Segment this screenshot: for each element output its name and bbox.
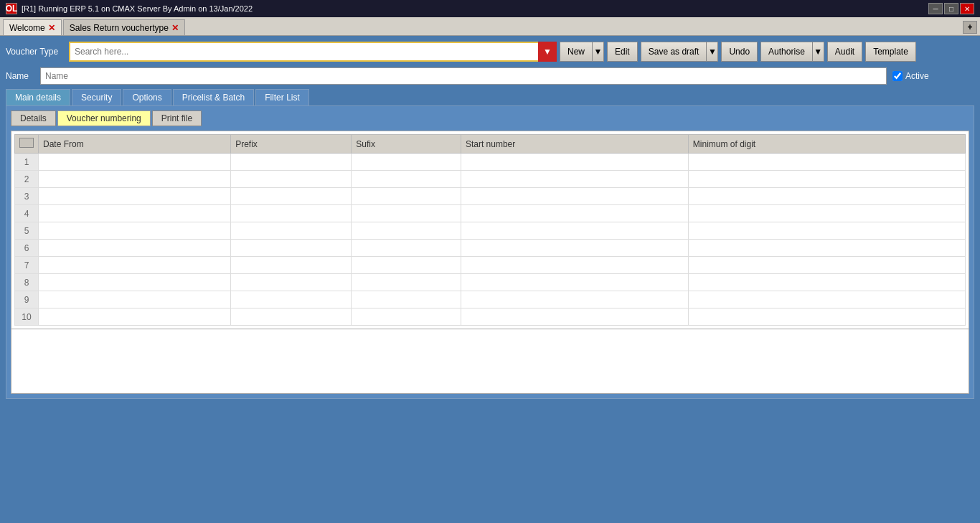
cell-date-from[interactable] [39,257,231,274]
tab-filter-list[interactable]: Filter List [255,89,309,105]
new-button[interactable]: New [560,42,593,62]
cell-sufix[interactable] [352,171,461,188]
table-row[interactable]: 7 [15,257,966,274]
cell-date-from[interactable] [39,308,231,326]
save-draft-button[interactable]: Save as draft [641,42,707,62]
col-prefix: Prefix [231,135,352,154]
cell-start-number[interactable] [461,274,688,291]
minimize-button[interactable]: ─ [928,3,943,14]
cell-date-from[interactable] [39,188,231,205]
cell-start-number[interactable] [461,291,688,308]
table-row[interactable]: 2 [15,171,966,188]
tab-main-details[interactable]: Main details [6,89,70,105]
cell-prefix[interactable] [231,205,352,222]
cell-prefix[interactable] [231,154,352,171]
cell-start-number[interactable] [461,222,688,240]
tab-security[interactable]: Security [72,89,121,105]
subtab-details[interactable]: Details [11,110,56,126]
cell-minimum-digit[interactable] [688,171,965,188]
maximize-button[interactable]: □ [944,3,958,14]
tab-welcome[interactable]: Welcome ✕ [3,19,62,35]
sub-tabs: Details Voucher numbering Print file [11,110,969,126]
cell-sufix[interactable] [352,154,461,171]
subtab-print-file[interactable]: Print file [152,110,202,126]
tab-sales-return-close[interactable]: ✕ [171,23,179,33]
subtab-voucher-numbering[interactable]: Voucher numbering [57,110,151,126]
cell-start-number[interactable] [461,205,688,222]
table-row[interactable]: 8 [15,274,966,291]
cell-prefix[interactable] [231,240,352,257]
table-row[interactable]: 10 [15,308,966,326]
cell-minimum-digit[interactable] [688,308,965,326]
cell-sufix[interactable] [352,240,461,257]
tab-welcome-close[interactable]: ✕ [48,23,55,33]
cell-date-from[interactable] [39,240,231,257]
cell-start-number[interactable] [461,308,688,326]
cell-date-from[interactable] [39,291,231,308]
active-checkbox[interactable] [892,71,903,81]
new-button-group: New ▼ [560,42,604,62]
cell-sufix[interactable] [352,291,461,308]
table-row[interactable]: 9 [15,291,966,308]
select-all-checkbox[interactable] [19,138,34,148]
cell-sufix[interactable] [352,308,461,326]
cell-minimum-digit[interactable] [688,240,965,257]
active-label: Active [905,71,929,81]
tab-sales-return[interactable]: Sales Return vouchertype ✕ [63,19,185,35]
close-button[interactable]: ✕ [960,3,974,14]
authorise-button[interactable]: Authorise [760,42,813,62]
row-number: 8 [15,274,39,291]
cell-minimum-digit[interactable] [688,222,965,240]
cell-start-number[interactable] [461,257,688,274]
cell-sufix[interactable] [352,274,461,291]
cell-prefix[interactable] [231,188,352,205]
name-input[interactable] [40,67,887,85]
tab-pricelist-batch[interactable]: Pricelist & Batch [173,89,254,105]
cell-minimum-digit[interactable] [688,257,965,274]
cell-date-from[interactable] [39,171,231,188]
cell-sufix[interactable] [352,222,461,240]
authorise-dropdown-button[interactable]: ▼ [813,42,824,62]
save-draft-button-group: Save as draft ▼ [641,42,719,62]
save-draft-dropdown-button[interactable]: ▼ [707,42,718,62]
table-row[interactable]: 3 [15,188,966,205]
edit-button[interactable]: Edit [607,42,638,62]
tab-add-button[interactable]: + [963,21,977,34]
table-row[interactable]: 1 [15,154,966,171]
cell-prefix[interactable] [231,274,352,291]
cell-minimum-digit[interactable] [688,291,965,308]
table-row[interactable]: 4 [15,205,966,222]
undo-button[interactable]: Undo [721,42,758,62]
cell-prefix[interactable] [231,257,352,274]
cell-date-from[interactable] [39,205,231,222]
name-row: Name Active [6,67,974,85]
cell-prefix[interactable] [231,222,352,240]
cell-start-number[interactable] [461,171,688,188]
main-tabs: Main details Security Options Pricelist … [6,89,974,105]
tab-options[interactable]: Options [123,89,171,105]
audit-button[interactable]: Audit [827,42,862,62]
cell-prefix[interactable] [231,291,352,308]
cell-sufix[interactable] [352,257,461,274]
search-input[interactable] [69,42,557,62]
cell-date-from[interactable] [39,222,231,240]
cell-date-from[interactable] [39,274,231,291]
cell-minimum-digit[interactable] [688,188,965,205]
cell-minimum-digit[interactable] [688,205,965,222]
table-row[interactable]: 5 [15,222,966,240]
template-button[interactable]: Template [865,42,916,62]
cell-minimum-digit[interactable] [688,274,965,291]
cell-prefix[interactable] [231,171,352,188]
search-dropdown-button[interactable]: ▼ [538,42,557,62]
cell-start-number[interactable] [461,154,688,171]
cell-prefix[interactable] [231,308,352,326]
table-row[interactable]: 6 [15,240,966,257]
new-dropdown-button[interactable]: ▼ [593,42,604,62]
cell-start-number[interactable] [461,188,688,205]
cell-start-number[interactable] [461,240,688,257]
cell-minimum-digit[interactable] [688,154,965,171]
cell-sufix[interactable] [352,205,461,222]
col-start-number: Start number [461,135,688,154]
cell-date-from[interactable] [39,154,231,171]
cell-sufix[interactable] [352,188,461,205]
